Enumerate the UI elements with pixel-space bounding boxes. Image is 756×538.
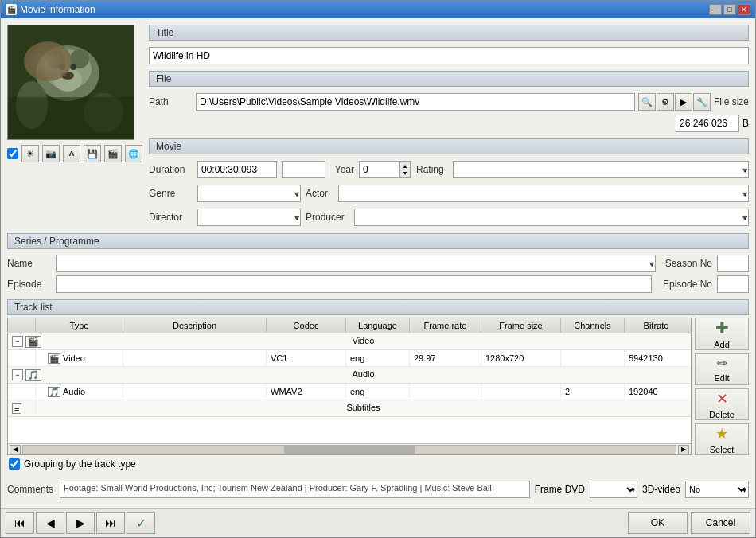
- name-label: Name: [7, 258, 51, 269]
- scroll-right-button[interactable]: ▶: [678, 445, 689, 454]
- genre-select[interactable]: [197, 185, 301, 202]
- file-size-value: 26 246 026: [676, 115, 739, 132]
- episode-label: Episode: [7, 279, 51, 290]
- th-language: Language: [346, 318, 410, 333]
- three-d-select[interactable]: No: [686, 481, 748, 497]
- expand-audio-button[interactable]: −: [12, 369, 23, 380]
- grouping-checkbox[interactable]: [9, 458, 20, 470]
- season-label: Season No: [661, 258, 712, 269]
- snapshot-button[interactable]: 📷: [42, 145, 60, 162]
- audio-track-type: 🎵 Audio: [36, 384, 123, 400]
- svg-point-8: [61, 72, 74, 80]
- prev-button[interactable]: ◀: [36, 512, 64, 534]
- tracklist-table: Type Description Codec Language Frame ra…: [7, 318, 692, 455]
- grouping-row: Grouping by the track type: [7, 455, 749, 473]
- episode-input[interactable]: [56, 275, 652, 293]
- last-icon: ⏭: [105, 517, 116, 529]
- settings-path-button[interactable]: ⚙: [657, 93, 674, 111]
- main-checkbox[interactable]: [7, 148, 18, 159]
- minimize-button[interactable]: —: [709, 4, 722, 15]
- scroll-left-button[interactable]: ◀: [10, 445, 21, 454]
- ok-button[interactable]: OK: [628, 512, 688, 534]
- play-path-button[interactable]: ▶: [675, 93, 692, 111]
- save-frame-button[interactable]: 💾: [84, 145, 101, 162]
- video-track-row: 🎬 Video VC1 eng 29.97 1280x720 5942130: [8, 350, 691, 367]
- add-button[interactable]: ✚ Add: [695, 318, 749, 350]
- audio-track-framesize: [481, 384, 561, 400]
- title-input[interactable]: [149, 47, 749, 64]
- frame-dvd-select[interactable]: [590, 481, 637, 497]
- year-input[interactable]: [359, 161, 399, 178]
- audio-track-row: 🎵 Audio WMAV2 eng 2 192040: [8, 384, 691, 400]
- scrollbar-thumb[interactable]: [284, 446, 415, 454]
- thumbnail: [7, 25, 134, 140]
- name-select[interactable]: [56, 255, 656, 272]
- grouping-label: Grouping by the track type: [24, 458, 136, 470]
- movie-information-window: 🎬 Movie information — □ ✕: [0, 0, 756, 538]
- season-input[interactable]: [717, 255, 749, 272]
- maximize-button[interactable]: □: [723, 4, 736, 15]
- edit-label: Edit: [715, 373, 730, 383]
- video-group-label: Video: [36, 333, 691, 349]
- th-bitrate: Bitrate: [625, 318, 688, 333]
- year-down-button[interactable]: ▼: [399, 170, 411, 178]
- search-path-button[interactable]: 🔍: [638, 93, 656, 111]
- genre-select-wrapper: ▾: [197, 185, 301, 202]
- path-input[interactable]: [196, 93, 635, 111]
- amazon-button[interactable]: A: [63, 145, 80, 162]
- main-content: ☀ 📷 A 💾 🎬 🌐 Title File Path: [1, 18, 755, 508]
- check-button[interactable]: ✓: [127, 512, 155, 534]
- select-button[interactable]: ★ Select: [695, 423, 749, 455]
- movie-button[interactable]: 🎬: [104, 145, 122, 162]
- edit-button[interactable]: ✏ Edit: [695, 353, 749, 385]
- video-group-expand[interactable]: − 🎬: [8, 333, 36, 349]
- audio-group-expand[interactable]: − 🎵: [8, 367, 36, 383]
- producer-select[interactable]: [354, 209, 749, 226]
- audio-track-language: eng: [346, 384, 410, 400]
- cancel-button[interactable]: Cancel: [691, 512, 750, 534]
- producer-label: Producer: [306, 212, 349, 223]
- director-select[interactable]: [197, 209, 301, 226]
- first-button[interactable]: ⏮: [6, 512, 34, 534]
- side-buttons: ✚ Add ✏ Edit ✕ Delete ★ Select: [695, 318, 749, 455]
- actor-select[interactable]: [338, 185, 749, 202]
- video-track-bitrate: 5942130: [625, 350, 688, 366]
- video-group-header-row: − 🎬 Video: [8, 333, 691, 350]
- close-button[interactable]: ✕: [738, 4, 750, 15]
- comments-section: Comments Footage: Small World Production…: [7, 478, 749, 501]
- horizontal-scrollbar[interactable]: ◀ ▶: [8, 443, 691, 454]
- audio-group-header-row: − 🎵 Audio: [8, 367, 691, 384]
- audio-track-framerate: [410, 384, 481, 400]
- subtitles-group-expand[interactable]: ≡: [8, 400, 36, 416]
- year-up-button[interactable]: ▲: [399, 162, 411, 170]
- episode-no-input[interactable]: [717, 275, 749, 293]
- delete-button[interactable]: ✕ Delete: [695, 388, 749, 420]
- name-select-wrapper: ▾: [56, 255, 656, 272]
- rating-select[interactable]: [453, 161, 749, 178]
- three-d-wrapper: No ▾: [685, 481, 749, 498]
- video-type-label: Video: [63, 353, 85, 363]
- link-path-button[interactable]: 🔧: [693, 93, 711, 111]
- next-button[interactable]: ▶: [66, 512, 95, 534]
- scrollbar-track[interactable]: [22, 445, 676, 454]
- table-body: − 🎬 Video 🎬 Video: [8, 333, 691, 443]
- file-size-row: 26 246 026 B: [149, 115, 749, 132]
- genre-label: Genre: [149, 188, 193, 199]
- expand-video-button[interactable]: −: [12, 336, 23, 347]
- comments-value: Footage: Small World Productions, Inc; T…: [60, 481, 530, 498]
- rating-select-wrapper: ▾: [453, 161, 749, 178]
- duration-input[interactable]: [197, 161, 277, 178]
- checkbox-item[interactable]: [7, 148, 18, 159]
- path-label: Path: [149, 96, 193, 107]
- web-button[interactable]: 🌐: [125, 145, 142, 162]
- last-button[interactable]: ⏭: [96, 512, 125, 534]
- video-type-icon: 🎬: [48, 353, 60, 364]
- audio-track-indent: [8, 384, 36, 400]
- first-icon: ⏮: [14, 517, 25, 529]
- duration-extra: [282, 161, 325, 178]
- nav-buttons: ⏮ ◀ ▶ ⏭ ✓: [6, 512, 155, 534]
- tracklist-area: Type Description Codec Language Frame ra…: [7, 318, 749, 455]
- video-track-channels: [561, 350, 625, 366]
- top-section: ☀ 📷 A 💾 🎬 🌐 Title File Path: [7, 25, 749, 228]
- brightness-button[interactable]: ☀: [21, 145, 39, 162]
